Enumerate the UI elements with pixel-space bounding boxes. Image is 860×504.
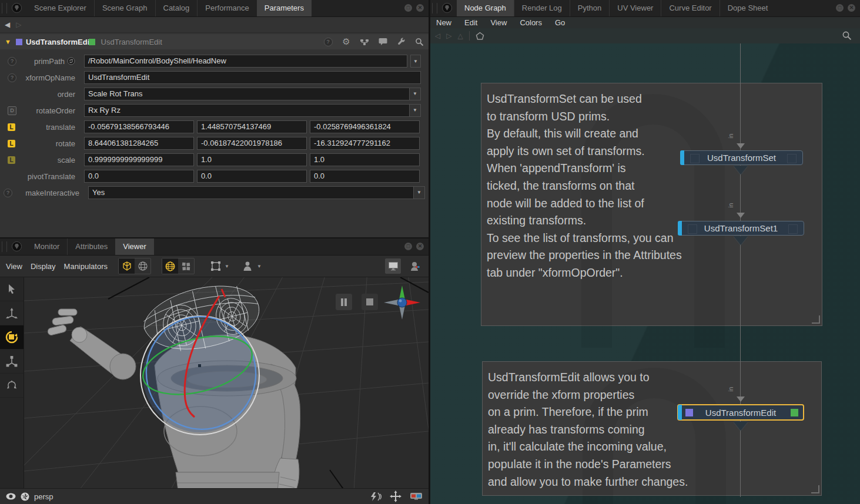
lighting-flash-icon[interactable] — [370, 492, 382, 501]
rotate-y-input[interactable]: -0.06187422001978186 — [197, 137, 307, 150]
menu-colors[interactable]: Colors — [520, 18, 542, 27]
panel-float-icon[interactable]: □ — [836, 4, 844, 12]
node-output-port[interactable] — [734, 236, 748, 245]
monitor-overlay-icon[interactable] — [385, 258, 401, 274]
tab-performance[interactable]: Performance — [197, 0, 256, 16]
orientation-compass[interactable] — [383, 284, 421, 321]
dropdown-arrow-icon[interactable]: ▼ — [413, 187, 424, 199]
history-back-icon[interactable]: ◀ — [5, 21, 10, 29]
selection-marquee-icon[interactable] — [208, 258, 223, 274]
tab-monitor[interactable]: Monitor — [26, 238, 67, 255]
menu-manipulators[interactable]: Manipulators — [64, 262, 108, 271]
perspective-cube-icon[interactable] — [119, 258, 135, 274]
rotateorder-select[interactable]: Rx Ry Rz▼ — [84, 104, 421, 117]
tab-parameters[interactable]: Parameters — [257, 0, 312, 16]
wire-sphere-icon[interactable] — [162, 258, 178, 274]
node-usdtransformset1[interactable]: UsdTransformSet1 — [678, 221, 804, 236]
expand-triangle-icon[interactable]: ▼ — [5, 38, 11, 45]
panel-menu-icon[interactable] — [12, 3, 22, 13]
graph-home-icon[interactable] — [476, 32, 484, 41]
tiles-icon[interactable] — [178, 258, 194, 274]
camera-aperture-icon[interactable] — [21, 492, 29, 501]
node-name[interactable]: UsdTransformEdit — [26, 38, 92, 46]
primpath-input[interactable]: /Robot/MainControl/BodyShell/HeadNew — [84, 55, 407, 68]
param-help-icon[interactable]: ? — [8, 57, 16, 66]
help-icon[interactable]: ? — [323, 37, 333, 46]
stereo-glasses-icon[interactable] — [410, 492, 423, 500]
tab-dope-sheet[interactable]: Dope Sheet — [720, 0, 776, 16]
param-state-icon[interactable] — [67, 57, 75, 65]
settings-gear-icon[interactable]: ⚙ — [342, 37, 351, 46]
local-state-icon[interactable]: L — [8, 156, 15, 164]
pivottranslate-x-input[interactable]: 0.0 — [84, 170, 194, 183]
scale-y-input[interactable]: 1.0 — [197, 153, 307, 166]
tab-python[interactable]: Python — [570, 0, 609, 16]
translate-x-input[interactable]: -0.05679138566793446 — [84, 120, 194, 133]
person-view-icon[interactable] — [240, 258, 256, 274]
panel-menu-icon[interactable] — [442, 3, 452, 13]
rotate-x-input[interactable]: 8.644061381284265 — [84, 137, 194, 150]
menu-go[interactable]: Go — [555, 18, 565, 27]
rotate-tool-button[interactable] — [0, 325, 24, 350]
tab-render-log[interactable]: Render Log — [514, 0, 570, 16]
marquee-dropdown-caret[interactable]: ▼ — [225, 264, 229, 269]
panel-menu-icon[interactable] — [12, 241, 22, 251]
node-output-port[interactable] — [734, 166, 748, 174]
node-usdtransformedit-selected[interactable]: UsdTransformEdit — [677, 404, 804, 421]
parameter-group-header[interactable]: ▼ UsdTransformEdit UsdTransformEdit ? ⚙ — [0, 34, 429, 49]
tab-scene-explorer[interactable]: Scene Explorer — [26, 0, 94, 16]
graph-up-icon[interactable]: △ — [457, 32, 463, 40]
menu-view[interactable]: View — [6, 262, 22, 271]
stop-button[interactable] — [362, 294, 378, 310]
menu-view[interactable]: View — [490, 18, 507, 27]
translate-z-input[interactable]: -0.0258769496361824 — [310, 120, 420, 133]
scale-z-input[interactable]: 1.0 — [310, 153, 420, 166]
translate-y-input[interactable]: 1.448570754137469 — [197, 120, 307, 133]
search-icon[interactable] — [414, 37, 424, 46]
scale-tool-button[interactable] — [0, 350, 24, 374]
param-help-icon[interactable]: ? — [4, 189, 12, 197]
local-state-icon[interactable]: L — [8, 140, 15, 147]
menu-display[interactable]: Display — [31, 262, 56, 271]
panel-close-icon[interactable]: ✕ — [848, 4, 855, 12]
pivot-rotate-tool-button[interactable] — [0, 374, 24, 398]
panel-close-icon[interactable]: ✕ — [416, 243, 424, 250]
tab-catalog[interactable]: Catalog — [155, 0, 198, 16]
menu-new[interactable]: New — [436, 18, 451, 27]
xformopname-input[interactable]: UsdTransformEdit — [84, 71, 421, 84]
graph-search-icon[interactable] — [842, 31, 852, 41]
backdrop-note-usdtransformset[interactable]: UsdTransformSet can be used to transform… — [481, 83, 822, 326]
panel-drag-handle[interactable] — [432, 3, 437, 14]
tab-node-graph[interactable]: Node Graph — [457, 0, 514, 16]
stereo-person-icon[interactable] — [407, 258, 423, 274]
panel-float-icon[interactable]: □ — [404, 243, 412, 250]
globe-icon[interactable] — [135, 258, 150, 274]
translate-tool-button[interactable] — [0, 301, 24, 325]
menu-edit[interactable]: Edit — [464, 18, 477, 27]
backdrop-resize-handle[interactable] — [812, 315, 820, 324]
panel-drag-handle[interactable] — [2, 241, 7, 252]
dropdown-arrow-icon[interactable]: ▼ — [409, 105, 420, 116]
select-tool-button[interactable] — [0, 277, 24, 301]
visibility-eye-icon[interactable] — [6, 493, 16, 500]
node-edit-flag[interactable] — [791, 409, 798, 416]
tab-curve-editor[interactable]: Curve Editor — [661, 0, 719, 16]
node-hierarchy-icon[interactable] — [360, 37, 369, 46]
camera-name-label[interactable]: persp — [34, 492, 53, 501]
graph-forward-icon[interactable]: ▷ — [446, 32, 451, 40]
wrench-icon[interactable] — [396, 37, 406, 46]
tab-attributes[interactable]: Attributes — [67, 238, 115, 255]
node-output-port[interactable] — [734, 422, 748, 431]
backdrop-note-usdtransformedit[interactable]: UsdTransformEdit allows you to override … — [482, 361, 822, 496]
comment-bubble-icon[interactable] — [378, 37, 387, 46]
primpath-dropdown-icon[interactable]: ▼ — [410, 55, 421, 68]
panel-drag-handle[interactable] — [2, 3, 7, 14]
pivottranslate-y-input[interactable]: 0.0 — [197, 170, 307, 183]
pivottranslate-z-input[interactable]: 0.0 — [310, 170, 420, 183]
viewport-3d[interactable] — [24, 277, 429, 488]
scale-x-input[interactable]: 0.9999999999999999 — [84, 153, 194, 166]
order-select[interactable]: Scale Rot Trans▼ — [84, 88, 421, 100]
default-state-icon[interactable]: D — [8, 106, 16, 115]
node-graph-canvas[interactable]: UsdTransformSet can be used to transform… — [430, 43, 860, 504]
graph-back-icon[interactable]: ◁ — [435, 32, 440, 40]
